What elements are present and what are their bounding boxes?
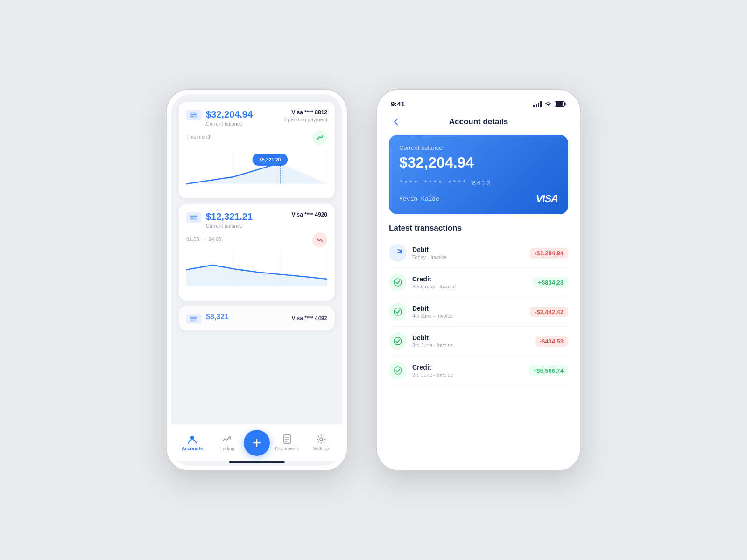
right-phone: 9:41 [376,89,581,471]
tx-date-4: 3rd June - Invoice [412,343,535,348]
tx-type-1: Debit [412,246,530,253]
tx-icon-3 [389,303,407,321]
trading-icon [221,434,232,444]
back-button[interactable] [389,114,404,129]
tx-date-5: 3rd June - Invoice [412,372,529,378]
cc-number: **** **** **** 8812 [399,180,558,187]
svg-point-36 [394,367,402,374]
chart-2 [186,251,327,293]
trend-badge-up [312,130,327,145]
transaction-item-2[interactable]: Credit Yesterday - Invoice +$834,23 [389,268,568,297]
nav-documents[interactable]: Documents [270,434,304,451]
nav-trading[interactable]: Trading [210,434,244,451]
svg-text:$5,321.20: $5,321.20 [259,157,281,162]
cc-balance-label: Current balance [399,144,558,151]
tx-amount-5: +$5,566.74 [529,365,568,376]
tx-info-5: Credit 3rd June - Invoice [412,364,529,378]
cc-holder-name: Kevin Kalde [399,196,439,203]
cc-brand: VISA [536,193,558,205]
tx-icon-1 [389,244,407,262]
balance-label-2: Current balance [206,223,253,229]
detail-header: Account details [381,111,576,135]
svg-rect-18 [191,320,193,321]
transaction-item-5[interactable]: Credit 3rd June - Invoice +$5,566.74 [389,356,568,385]
svg-point-19 [190,436,194,440]
chart-label-1: This month [186,134,211,140]
balance-amount-1: $32,204.94 [206,109,253,120]
accounts-screen: $32,204.94 Current balance Visa **** 881… [171,94,342,466]
transactions-list: Debit Today - Invoice -$1,204.94 Credi [389,238,568,385]
status-icons [533,101,566,107]
settings-icon [316,434,326,444]
tx-date-1: Today - Invoice [412,254,530,260]
bottom-nav: Accounts Trading [171,424,342,461]
card-icon-2 [186,212,201,223]
tx-info-4: Debit 3rd June - Invoice [412,334,535,348]
card-icon-3 [186,314,201,324]
tx-type-4: Debit [412,334,535,342]
balance-label-1: Current balance [206,121,253,126]
nav-settings[interactable]: Settings [304,434,339,451]
svg-rect-1 [190,114,197,115]
visa-info-2: Visa **** 4920 [291,211,327,218]
detail-screen: 9:41 [381,94,576,466]
tx-amount-2: +$834,23 [533,277,568,288]
tx-icon-4 [389,332,407,350]
detail-content: Current balance $32,204.94 **** **** ***… [381,135,576,466]
partial-card[interactable]: $8,321 Visa **** 4492 [179,306,335,330]
transaction-item-3[interactable]: Debit 4th June - Invoice -$2,442.42 [389,297,568,327]
svg-point-26 [320,438,323,441]
svg-point-35 [394,337,402,345]
nav-accounts[interactable]: Accounts [175,434,210,451]
tx-type-2: Credit [412,275,533,283]
svg-point-34 [394,308,402,315]
tx-amount-1: -$1,204.94 [530,248,568,259]
signal-icon [533,101,542,107]
nav-settings-label: Settings [313,446,330,451]
nav-documents-label: Documents [275,446,299,451]
tx-icon-5 [389,362,407,379]
documents-icon [282,434,292,444]
fab-button[interactable] [244,430,270,456]
status-time: 9:41 [391,100,405,108]
chart-1: $5,321.20 [186,149,327,191]
svg-rect-2 [191,116,193,117]
tx-amount-4: -$434.53 [535,336,568,347]
chart-date-2: 01.06. → 24.06. [186,236,223,242]
svg-rect-22 [284,435,290,443]
account-card-1[interactable]: $32,204.94 Current balance Visa **** 881… [179,102,335,198]
tx-type-3: Debit [412,305,530,312]
account-card-2[interactable]: $12,321.21 Current balance Visa **** 492… [179,204,335,301]
svg-rect-12 [191,218,193,219]
transaction-item-4[interactable]: Debit 3rd June - Invoice -$434.53 [389,327,568,356]
tx-date-3: 4th June - Invoice [412,313,530,319]
svg-point-33 [394,279,402,286]
partial-visa: Visa **** 4492 [291,315,327,322]
svg-rect-28 [536,104,537,107]
nav-trading-label: Trading [218,446,234,451]
svg-rect-30 [540,101,542,107]
svg-rect-29 [538,103,539,107]
trend-badge-down [312,232,327,247]
tx-icon-2 [389,273,407,291]
svg-rect-17 [190,317,197,319]
tx-type-5: Credit [412,364,529,371]
card-icon-1 [186,110,201,120]
tx-info-2: Credit Yesterday - Invoice [412,275,533,289]
visa-info-1: Visa **** 8812 [283,109,327,116]
nav-accounts-label: Accounts [182,446,203,451]
transaction-item-1[interactable]: Debit Today - Invoice -$1,204.94 [389,238,568,268]
cc-balance-amount: $32,204.94 [399,154,558,171]
pending-info-1: 1 pending payment [283,117,327,122]
svg-rect-11 [190,216,197,217]
credit-card: Current balance $32,204.94 **** **** ***… [389,135,568,214]
detail-title: Account details [404,117,553,126]
svg-rect-32 [556,102,563,106]
status-bar: 9:41 [381,94,576,111]
left-phone: $32,204.94 Current balance Visa **** 881… [166,89,348,471]
accounts-icon [187,434,197,444]
home-indicator [229,461,285,463]
svg-rect-27 [533,105,535,107]
accounts-content: $32,204.94 Current balance Visa **** 881… [171,94,342,424]
wifi-icon [544,101,552,107]
